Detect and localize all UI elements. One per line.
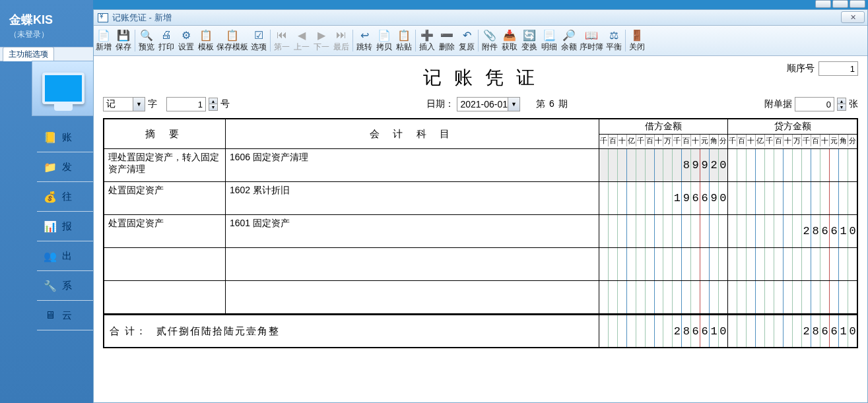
- account-cell[interactable]: [226, 281, 599, 313]
- amount-digit[interactable]: [830, 281, 839, 313]
- amount-digit[interactable]: [710, 281, 719, 313]
- voucher-row[interactable]: 处置固定资产1602 累计折旧196690: [104, 182, 857, 215]
- amount-digit[interactable]: [728, 182, 737, 214]
- account-cell[interactable]: 1601 固定资产: [226, 215, 599, 247]
- amount-digit[interactable]: [646, 315, 655, 347]
- amount-digit[interactable]: [802, 182, 811, 214]
- amount-digit[interactable]: [655, 182, 664, 214]
- amount-digit[interactable]: [747, 182, 756, 214]
- amount-digit[interactable]: 2: [802, 215, 811, 247]
- amount-digit[interactable]: [765, 248, 774, 280]
- amount-digit[interactable]: [737, 215, 747, 247]
- amount-digit[interactable]: [599, 315, 609, 347]
- amount-digit[interactable]: [710, 248, 719, 280]
- outer-max-button[interactable]: [832, 0, 848, 8]
- amount-digit[interactable]: [618, 248, 627, 280]
- amount-digit[interactable]: [784, 248, 793, 280]
- amount-digit[interactable]: [627, 215, 636, 247]
- amount-digit[interactable]: [756, 315, 765, 347]
- amount-digit[interactable]: [663, 215, 673, 247]
- debit-cell[interactable]: [599, 281, 728, 313]
- amount-digit[interactable]: [618, 215, 627, 247]
- toolbar-模板-button[interactable]: 📋模板: [196, 27, 216, 54]
- summary-cell[interactable]: 处置固定资产: [104, 215, 226, 247]
- attach-spinner[interactable]: ▲▼: [837, 98, 846, 111]
- amount-digit[interactable]: [682, 248, 691, 280]
- amount-digit[interactable]: [682, 215, 691, 247]
- amount-digit[interactable]: [655, 315, 664, 347]
- amount-digit[interactable]: [774, 248, 784, 280]
- sidebar-item[interactable]: 🖥云: [37, 301, 93, 330]
- voucher-type-select[interactable]: 记 ▼: [103, 97, 145, 111]
- amount-digit[interactable]: [839, 281, 848, 313]
- amount-digit[interactable]: [737, 182, 747, 214]
- amount-digit[interactable]: [700, 215, 710, 247]
- toolbar-保存-button[interactable]: 💾保存: [114, 27, 133, 54]
- amount-digit[interactable]: [765, 182, 774, 214]
- amount-digit[interactable]: 0: [848, 215, 857, 247]
- amount-digit[interactable]: [700, 248, 710, 280]
- credit-cell[interactable]: [728, 182, 857, 214]
- amount-digit[interactable]: [599, 182, 609, 214]
- toolbar-粘贴-button[interactable]: 📋粘贴: [394, 27, 414, 54]
- amount-digit[interactable]: [728, 315, 737, 347]
- amount-digit[interactable]: [784, 215, 793, 247]
- debit-cell[interactable]: [599, 248, 728, 280]
- toolbar-保存模板-button[interactable]: 📋保存模板: [216, 27, 249, 54]
- amount-digit[interactable]: [802, 149, 811, 181]
- amount-digit[interactable]: [618, 315, 627, 347]
- amount-digit[interactable]: 9: [691, 149, 700, 181]
- amount-digit[interactable]: 1: [710, 315, 719, 347]
- sidebar-item[interactable]: 💰往: [37, 182, 93, 212]
- amount-digit[interactable]: [646, 248, 655, 280]
- amount-digit[interactable]: 0: [719, 149, 727, 181]
- amount-digit[interactable]: 9: [710, 182, 719, 214]
- amount-digit[interactable]: [618, 149, 627, 181]
- amount-digit[interactable]: [848, 248, 857, 280]
- amount-digit[interactable]: [636, 215, 646, 247]
- amount-digit[interactable]: 9: [700, 149, 710, 181]
- amount-digit[interactable]: 6: [820, 215, 830, 247]
- amount-digit[interactable]: [673, 281, 682, 313]
- toolbar-余额-button[interactable]: 🔎余额: [559, 27, 579, 54]
- amount-digit[interactable]: [700, 281, 710, 313]
- summary-cell[interactable]: 处置固定资产: [104, 182, 226, 214]
- amount-digit[interactable]: [673, 149, 682, 181]
- sidebar-item[interactable]: 📁发: [37, 152, 93, 182]
- amount-digit[interactable]: [682, 281, 691, 313]
- amount-digit[interactable]: [830, 182, 839, 214]
- amount-digit[interactable]: [599, 215, 609, 247]
- amount-digit[interactable]: 2: [710, 149, 719, 181]
- amount-digit[interactable]: 8: [811, 215, 820, 247]
- amount-digit[interactable]: 6: [700, 315, 710, 347]
- amount-digit[interactable]: [737, 315, 747, 347]
- amount-digit[interactable]: 8: [682, 315, 691, 347]
- outer-close-button[interactable]: [850, 0, 865, 8]
- amount-digit[interactable]: [765, 281, 774, 313]
- toolbar-新增-button[interactable]: 📄新增: [94, 27, 114, 54]
- amount-digit[interactable]: [599, 248, 609, 280]
- amount-digit[interactable]: 1: [839, 215, 848, 247]
- amount-digit[interactable]: [663, 315, 673, 347]
- amount-digit[interactable]: [793, 248, 802, 280]
- summary-cell[interactable]: [104, 248, 226, 280]
- voucher-row[interactable]: 处置固定资产1601 固定资产286610: [104, 215, 857, 248]
- amount-digit[interactable]: [839, 182, 848, 214]
- toolbar-附件-button[interactable]: 📎附件: [480, 27, 500, 54]
- debit-cell[interactable]: 196690: [599, 182, 728, 214]
- amount-digit[interactable]: [646, 149, 655, 181]
- amount-digit[interactable]: [848, 149, 857, 181]
- date-picker[interactable]: 2021-06-01 ▼: [457, 97, 520, 111]
- amount-digit[interactable]: [728, 281, 737, 313]
- amount-digit[interactable]: [820, 149, 830, 181]
- amount-digit[interactable]: [655, 215, 664, 247]
- amount-digit[interactable]: [636, 315, 646, 347]
- window-close-button[interactable]: ✕: [841, 11, 865, 23]
- amount-digit[interactable]: [655, 248, 664, 280]
- amount-digit[interactable]: [609, 248, 618, 280]
- amount-digit[interactable]: 2: [802, 315, 811, 347]
- credit-cell[interactable]: [728, 281, 857, 313]
- toolbar-设置-button[interactable]: ⚙设置: [176, 27, 196, 54]
- amount-digit[interactable]: [636, 248, 646, 280]
- amount-digit[interactable]: [793, 215, 802, 247]
